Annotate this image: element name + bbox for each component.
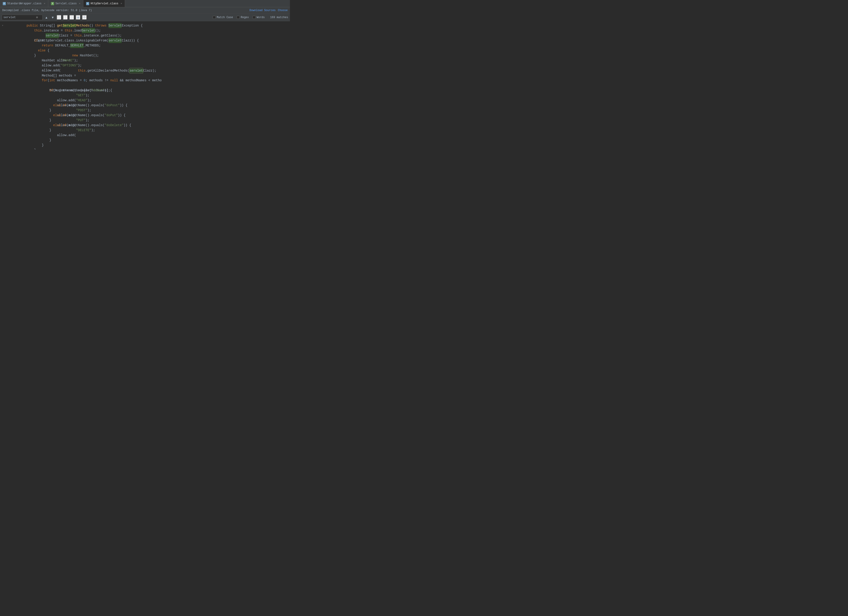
kw-null: null <box>110 78 118 83</box>
search-word-end-button[interactable]: ⌷ <box>69 15 74 20</box>
kw-else-17: else <box>53 103 61 108</box>
search-clear-button[interactable]: ⊗ <box>36 15 38 19</box>
regex-option[interactable]: Regex <box>237 16 249 19</box>
kw-int: int <box>49 78 55 83</box>
code-line-3: Class servletClazz = this.instance.getCl… <box>0 33 290 38</box>
decompiled-info: Decompiled .class file, bytecode version… <box>2 9 92 12</box>
kw-else-6: else <box>38 48 46 53</box>
kw-else-19: else <box>53 113 61 118</box>
str-options: "OPTIONS" <box>61 63 78 68</box>
type-string: String <box>40 23 51 28</box>
method-getservletmethods: getServletMethods <box>57 23 89 28</box>
kw-this-10: this <box>78 68 86 73</box>
kw-this-2b: this <box>65 28 72 33</box>
kw-throws: throws <box>95 23 107 28</box>
code-line-16: allow.add("HEAD"); <box>0 98 290 103</box>
match-case-checkbox[interactable] <box>213 16 216 19</box>
str-head: "HEAD" <box>76 98 87 103</box>
code-area: ▾ public String[] getServletMethods() th… <box>0 21 290 150</box>
tab-httpservlet[interactable]: C HttpServlet.class × <box>83 0 125 7</box>
info-bar-actions: Download Sources Choose <box>250 9 288 12</box>
str-dodelete: "doDelete" <box>105 123 124 128</box>
code-line-1: ▾ public String[] getServletMethods() th… <box>0 23 290 28</box>
tab-close-httpservlet[interactable]: × <box>121 2 122 5</box>
kw-if-19: if <box>63 113 67 118</box>
str-doget: "doGet" <box>91 88 105 93</box>
str-dopost: "doPost" <box>105 103 120 108</box>
tab-label-servlet: Servlet.class <box>55 2 77 5</box>
kw-return: return <box>42 43 53 48</box>
kw-else-21: else <box>53 123 61 128</box>
match-case-label: Match Case <box>217 16 233 19</box>
kw-new-7: new <box>72 53 78 58</box>
kw-public: public <box>27 23 38 28</box>
tab-standardwrapper[interactable]: C StandardWrapper.class × <box>0 0 48 7</box>
code-line-24: } <box>0 138 290 143</box>
code-line-14: if(m.getName().equals("doGet")) { <box>0 88 290 93</box>
tab-icon-standardwrapper: C <box>3 2 6 5</box>
str-trace: "TRACE" <box>61 58 74 63</box>
tab-icon-servlet: I <box>51 2 54 5</box>
code-line-12: for(int methodNames = 0; methods != null… <box>0 78 290 83</box>
search-word-select-button[interactable]: ▣ <box>76 15 81 20</box>
str-get: "GET" <box>76 93 86 98</box>
regex-checkbox[interactable] <box>237 16 240 19</box>
num-0: 0 <box>84 78 85 83</box>
code-line-21: } else if(m.getName().equals("doDelete")… <box>0 123 290 128</box>
download-sources-link[interactable]: Download Sources <box>250 9 276 12</box>
regex-label: Regex <box>241 16 249 19</box>
search-word-start-button[interactable]: ⌶ <box>63 15 68 20</box>
tab-close-servlet[interactable]: × <box>79 2 80 5</box>
tab-label-standardwrapper: StandardWrapper.class <box>7 2 42 5</box>
kw-if-21: if <box>63 123 67 128</box>
code-line-9: allow.add("OPTIONS"); <box>0 63 290 68</box>
words-option[interactable]: Words <box>252 16 265 19</box>
code-line-20: allow.add("PUT"); <box>0 118 290 123</box>
search-all-button[interactable]: ◫ <box>56 15 62 20</box>
code-line-19: } else if(m.getName().equals("doPut")) { <box>0 113 290 118</box>
code-line-8: allow.add("TRACE"); <box>0 58 290 63</box>
search-bar: ⊗ ▲ ▼ ◫ ⌶ ⌷ ▣ ⚙ Match Case Regex Words 1… <box>0 13 290 21</box>
code-line-2: this.instance = this.loadServlet(); <box>0 28 290 33</box>
search-prev-button[interactable]: ▲ <box>44 15 49 20</box>
str-doput: "doPut" <box>105 113 118 118</box>
search-next-button[interactable]: ▼ <box>50 15 55 20</box>
kw-if-4: if <box>34 38 38 43</box>
words-checkbox[interactable] <box>252 16 255 19</box>
search-options: Match Case Regex Words 169 matches <box>213 16 288 19</box>
code-line-5: return DEFAULT_SERVLET_METHODS; <box>0 43 290 48</box>
tab-icon-httpservlet: C <box>86 2 89 5</box>
tab-label-httpservlet: HttpServlet.class <box>90 2 118 5</box>
matches-count: 169 matches <box>270 16 288 19</box>
str-post: "POST" <box>76 108 87 113</box>
search-input[interactable] <box>3 16 35 19</box>
tab-close-standardwrapper[interactable]: × <box>44 2 45 5</box>
code-line-7: HashSet allow = new HashSet(); <box>0 53 290 58</box>
code-line-4: if(!HttpServlet.class.isAssignableFrom(s… <box>0 38 290 43</box>
kw-this-3: this <box>74 33 82 38</box>
search-settings-button[interactable]: ⚙ <box>82 15 87 20</box>
fold-icon[interactable]: ▾ <box>2 23 3 28</box>
words-label: Words <box>256 16 265 19</box>
tab-bar: C StandardWrapper.class × I Servlet.clas… <box>0 0 290 7</box>
kw-for: for <box>42 78 47 83</box>
code-line-17: } else if(m.getName().equals("doPost")) … <box>0 103 290 108</box>
kw-this-2: this <box>34 28 42 33</box>
tab-servlet[interactable]: I Servlet.class × <box>48 0 83 7</box>
str-delete: "DELETE" <box>76 128 91 133</box>
match-case-option[interactable]: Match Case <box>213 16 233 19</box>
info-bar: Decompiled .class file, bytecode version… <box>0 7 290 13</box>
code-line-22: allow.add("DELETE"); <box>0 128 290 133</box>
kw-if-14: if <box>49 88 53 93</box>
code-line-23: } <box>0 133 290 138</box>
code-line-6: } else { <box>0 48 290 53</box>
code-line-18: allow.add("POST"); <box>0 108 290 113</box>
str-put: "PUT" <box>76 118 86 123</box>
search-input-wrapper: ⊗ <box>2 15 43 20</box>
choose-link[interactable]: Choose <box>278 9 288 12</box>
code-line-10: Method[] methods = this.getAllDeclaredMe… <box>0 68 290 73</box>
code-line-15: allow.add("GET"); <box>0 93 290 98</box>
kw-if-17: if <box>63 103 67 108</box>
